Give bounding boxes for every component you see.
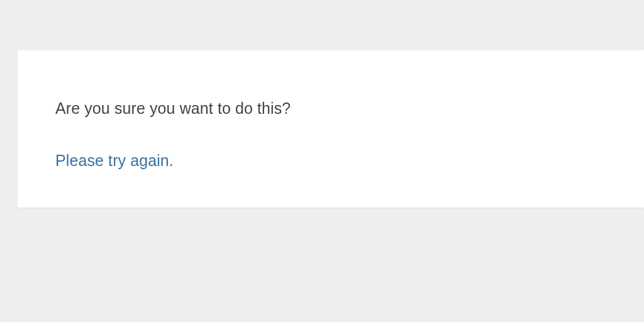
retry-link[interactable]: Please try again.: [55, 152, 174, 169]
confirmation-message: Are you sure you want to do this?: [55, 99, 606, 118]
confirmation-panel: Are you sure you want to do this? Please…: [18, 50, 644, 208]
